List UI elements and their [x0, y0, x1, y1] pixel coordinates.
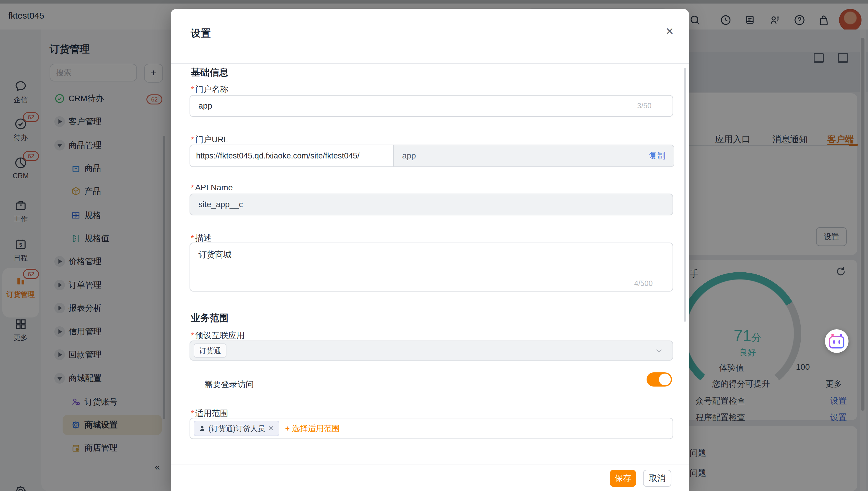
portal-url-base: https://fktest045.qd.fxiaoke.com/site/fk… [190, 145, 394, 167]
api-name-input [190, 194, 673, 215]
save-button[interactable]: 保存 [610, 470, 636, 487]
chevron-down-icon [655, 346, 663, 355]
portal-url-group: https://fktest045.qd.fxiaoke.com/site/fk… [190, 145, 674, 167]
description-textarea[interactable]: 订货商城 [190, 242, 673, 291]
person-icon [199, 425, 205, 432]
portal-url-label: 门户URL [191, 134, 228, 145]
apply-range-tag: (订货通)订货人员 ✕ [194, 421, 279, 436]
remove-tag-icon[interactable]: ✕ [268, 424, 274, 433]
api-name-label: API Name [191, 183, 233, 192]
settings-modal: 设置 ✕ 基础信息 门户名称 3/50 门户URL https://fktest… [171, 9, 689, 491]
section-business-scope: 业务范围 [191, 312, 228, 324]
portal-name-counter: 3/50 [637, 102, 652, 110]
login-required-toggle[interactable] [647, 372, 672, 386]
close-icon[interactable]: ✕ [666, 25, 674, 37]
robot-icon [829, 336, 844, 348]
modal-scrollbar[interactable] [684, 68, 686, 322]
preset-app-tag: 订货通 [194, 343, 226, 357]
preset-app-select[interactable]: 订货通 [190, 341, 673, 360]
cancel-button[interactable]: 取消 [643, 470, 671, 487]
portal-name-input[interactable] [190, 95, 673, 117]
section-basic-info: 基础信息 [191, 66, 228, 79]
modal-footer-divider [171, 464, 689, 464]
ai-assistant-button[interactable] [825, 329, 848, 353]
description-label: 描述 [191, 233, 212, 244]
apply-range-label: 适用范围 [191, 408, 228, 419]
copy-link[interactable]: 复制 [649, 150, 666, 162]
add-range-link[interactable]: + 选择适用范围 [285, 423, 340, 434]
app-window: fktest045 全部 搜索 [0, 0, 868, 491]
login-required-label: 需要登录访问 [204, 379, 254, 390]
portal-url-slug-wrap: app 复制 [394, 145, 674, 167]
apply-range-input[interactable]: (订货通)订货人员 ✕ + 选择适用范围 [190, 418, 673, 439]
description-counter: 4/500 [634, 279, 653, 288]
modal-header-divider [171, 63, 689, 64]
modal-title: 设置 [191, 27, 211, 40]
preset-app-label: 预设互联应用 [191, 330, 245, 341]
portal-url-slug[interactable]: app [402, 151, 416, 161]
portal-name-label: 门户名称 [191, 84, 228, 95]
